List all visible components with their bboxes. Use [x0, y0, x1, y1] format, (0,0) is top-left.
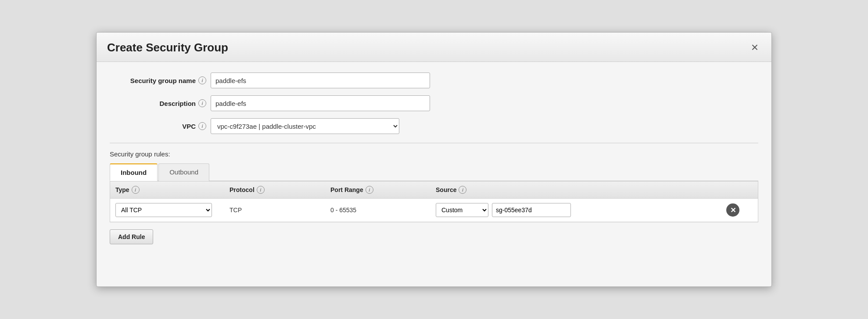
- type-select[interactable]: All TCP: [115, 203, 212, 217]
- source-info-icon: i: [459, 186, 466, 194]
- tab-inbound[interactable]: Inbound: [110, 163, 158, 181]
- delete-row-button[interactable]: ✕: [726, 203, 739, 217]
- header-actions: [726, 186, 753, 194]
- create-security-group-dialog: Create Security Group × Security group n…: [96, 32, 772, 287]
- header-protocol: Protocol i: [230, 186, 330, 194]
- close-button[interactable]: ×: [749, 40, 761, 54]
- source-type-select[interactable]: Custom: [436, 203, 488, 217]
- delete-icon: ✕: [730, 206, 736, 214]
- port-range-cell: 0 - 65535: [330, 207, 436, 214]
- name-row: Security group name i: [110, 72, 758, 88]
- tab-outbound[interactable]: Outbound: [158, 163, 209, 181]
- type-info-icon: i: [132, 186, 140, 194]
- rules-label: Security group rules:: [110, 150, 758, 158]
- type-cell: All TCP: [115, 203, 230, 217]
- dialog-title: Create Security Group: [107, 41, 228, 54]
- description-input[interactable]: [211, 95, 430, 111]
- source-cell: Custom: [436, 203, 726, 217]
- dialog-body: Security group name i Description i VPC …: [97, 62, 771, 257]
- protocol-cell: TCP: [230, 207, 330, 214]
- port-info-icon: i: [366, 186, 373, 194]
- name-info-icon: i: [198, 76, 206, 84]
- vpc-info-icon: i: [198, 122, 206, 130]
- name-input[interactable]: [211, 72, 430, 88]
- rules-table: Type i Protocol i Port Range i Source i: [110, 181, 758, 222]
- form-section: Security group name i Description i VPC …: [110, 72, 758, 134]
- protocol-info-icon: i: [257, 186, 265, 194]
- add-rule-button[interactable]: Add Rule: [110, 229, 153, 244]
- tabs: Inbound Outbound: [110, 163, 758, 181]
- description-label: Description i: [110, 99, 206, 107]
- header-port-range: Port Range i: [330, 186, 436, 194]
- description-row: Description i: [110, 95, 758, 111]
- header-source: Source i: [436, 186, 726, 194]
- table-row: All TCP TCP 0 - 65535 Custom: [110, 199, 758, 222]
- source-value-input[interactable]: [492, 203, 571, 217]
- description-info-icon: i: [198, 99, 206, 107]
- vpc-row: VPC i vpc-c9f273ae | paddle-cluster-vpc: [110, 118, 758, 134]
- name-label: Security group name i: [110, 76, 206, 84]
- delete-cell: ✕: [726, 203, 753, 217]
- vpc-select[interactable]: vpc-c9f273ae | paddle-cluster-vpc: [211, 118, 399, 134]
- source-cell-inner: Custom: [436, 203, 571, 217]
- vpc-label: VPC i: [110, 122, 206, 130]
- tabs-container: Inbound Outbound Type i Protocol i: [110, 163, 758, 222]
- header-type: Type i: [115, 186, 230, 194]
- dialog-header: Create Security Group ×: [97, 33, 771, 62]
- section-divider: [110, 143, 758, 143]
- table-header: Type i Protocol i Port Range i Source i: [110, 181, 758, 199]
